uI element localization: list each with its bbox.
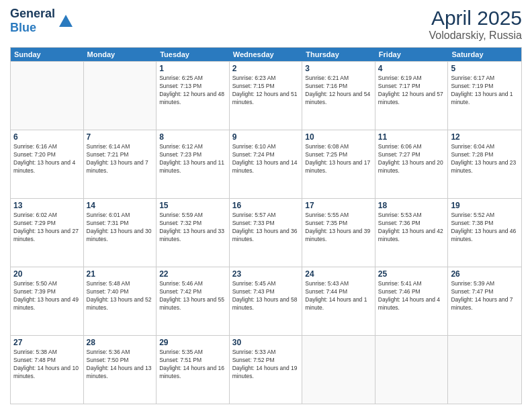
day-number: 22 [159, 269, 226, 279]
day-cell: 24Sunrise: 5:43 AM Sunset: 7:44 PM Dayli… [302, 267, 375, 335]
day-cell: 27Sunrise: 5:38 AM Sunset: 7:48 PM Dayli… [11, 336, 84, 404]
day-cell: 25Sunrise: 5:41 AM Sunset: 7:46 PM Dayli… [375, 267, 449, 335]
day-number: 3 [305, 64, 372, 73]
day-cell: 3Sunrise: 6:21 AM Sunset: 7:16 PM Daylig… [302, 62, 375, 130]
day-info: Sunrise: 5:53 AM Sunset: 7:36 PM Dayligh… [378, 212, 445, 244]
week-row-1: 1Sunrise: 6:25 AM Sunset: 7:13 PM Daylig… [11, 61, 521, 130]
day-cell [11, 62, 84, 130]
day-number: 1 [159, 64, 226, 73]
day-number: 9 [232, 132, 300, 142]
day-number: 26 [451, 269, 519, 279]
day-number: 10 [305, 132, 372, 142]
logo-blue: Blue [10, 21, 36, 34]
day-number: 7 [87, 132, 154, 142]
day-cell: 29Sunrise: 5:35 AM Sunset: 7:51 PM Dayli… [157, 336, 230, 404]
week-row-4: 20Sunrise: 5:50 AM Sunset: 7:39 PM Dayli… [11, 267, 521, 335]
logo-triangle-icon [59, 15, 73, 27]
header-day-saturday: Saturday [448, 48, 521, 61]
day-number: 28 [87, 338, 154, 347]
day-cell [84, 62, 157, 130]
day-info: Sunrise: 6:14 AM Sunset: 7:21 PM Dayligh… [87, 143, 154, 175]
day-info: Sunrise: 5:41 AM Sunset: 7:46 PM Dayligh… [378, 280, 445, 312]
day-cell: 22Sunrise: 5:46 AM Sunset: 7:42 PM Dayli… [157, 267, 230, 335]
header-day-thursday: Thursday [302, 48, 375, 61]
day-info: Sunrise: 5:45 AM Sunset: 7:43 PM Dayligh… [232, 280, 300, 312]
day-info: Sunrise: 5:35 AM Sunset: 7:51 PM Dayligh… [159, 349, 226, 381]
day-cell: 13Sunrise: 6:02 AM Sunset: 7:29 PM Dayli… [11, 199, 84, 267]
day-number: 27 [13, 338, 81, 347]
day-number: 13 [13, 201, 81, 210]
day-cell: 5Sunrise: 6:17 AM Sunset: 7:19 PM Daylig… [448, 62, 521, 130]
day-cell: 19Sunrise: 5:52 AM Sunset: 7:38 PM Dayli… [448, 199, 521, 267]
day-number: 4 [378, 64, 445, 73]
day-info: Sunrise: 6:01 AM Sunset: 7:31 PM Dayligh… [87, 212, 154, 244]
location-title: Volodarskiy, Russia [429, 30, 522, 42]
day-info: Sunrise: 6:02 AM Sunset: 7:29 PM Dayligh… [13, 212, 81, 244]
day-cell: 16Sunrise: 5:57 AM Sunset: 7:33 PM Dayli… [230, 199, 303, 267]
day-number: 24 [305, 269, 372, 279]
header-day-tuesday: Tuesday [157, 48, 230, 61]
day-number: 21 [87, 269, 154, 279]
day-cell: 6Sunrise: 6:16 AM Sunset: 7:20 PM Daylig… [11, 130, 84, 198]
day-info: Sunrise: 6:23 AM Sunset: 7:15 PM Dayligh… [232, 75, 300, 107]
day-cell: 11Sunrise: 6:06 AM Sunset: 7:27 PM Dayli… [375, 130, 449, 198]
title-block: April 2025 Volodarskiy, Russia [429, 7, 522, 42]
day-cell: 10Sunrise: 6:08 AM Sunset: 7:25 PM Dayli… [302, 130, 375, 198]
day-number: 11 [378, 132, 445, 142]
day-cell: 26Sunrise: 5:39 AM Sunset: 7:47 PM Dayli… [448, 267, 521, 335]
day-info: Sunrise: 6:08 AM Sunset: 7:25 PM Dayligh… [305, 143, 372, 175]
logo: General Blue [10, 7, 73, 35]
day-info: Sunrise: 5:33 AM Sunset: 7:52 PM Dayligh… [232, 349, 300, 381]
day-cell [302, 336, 375, 404]
day-cell: 9Sunrise: 6:10 AM Sunset: 7:24 PM Daylig… [230, 130, 303, 198]
day-info: Sunrise: 5:50 AM Sunset: 7:39 PM Dayligh… [13, 280, 81, 312]
logo-text: General Blue [10, 7, 55, 35]
day-number: 29 [159, 338, 226, 347]
day-info: Sunrise: 5:59 AM Sunset: 7:32 PM Dayligh… [159, 212, 226, 244]
day-cell: 30Sunrise: 5:33 AM Sunset: 7:52 PM Dayli… [230, 336, 303, 404]
week-row-5: 27Sunrise: 5:38 AM Sunset: 7:48 PM Dayli… [11, 335, 521, 404]
day-info: Sunrise: 5:38 AM Sunset: 7:48 PM Dayligh… [13, 349, 81, 381]
day-number: 17 [305, 201, 372, 210]
header-day-sunday: Sunday [11, 48, 84, 61]
week-row-3: 13Sunrise: 6:02 AM Sunset: 7:29 PM Dayli… [11, 198, 521, 267]
day-info: Sunrise: 6:19 AM Sunset: 7:17 PM Dayligh… [378, 75, 445, 107]
day-number: 19 [451, 201, 519, 210]
day-number: 25 [378, 269, 445, 279]
day-cell: 20Sunrise: 5:50 AM Sunset: 7:39 PM Dayli… [11, 267, 84, 335]
day-cell [448, 336, 521, 404]
day-info: Sunrise: 6:17 AM Sunset: 7:19 PM Dayligh… [451, 75, 519, 107]
day-cell: 7Sunrise: 6:14 AM Sunset: 7:21 PM Daylig… [84, 130, 157, 198]
day-number: 12 [451, 132, 519, 142]
day-info: Sunrise: 5:46 AM Sunset: 7:42 PM Dayligh… [159, 280, 226, 312]
day-number: 20 [13, 269, 81, 279]
day-info: Sunrise: 6:25 AM Sunset: 7:13 PM Dayligh… [159, 75, 226, 107]
day-info: Sunrise: 5:43 AM Sunset: 7:44 PM Dayligh… [305, 280, 372, 312]
day-number: 16 [232, 201, 300, 210]
day-cell: 14Sunrise: 6:01 AM Sunset: 7:31 PM Dayli… [84, 199, 157, 267]
day-cell: 4Sunrise: 6:19 AM Sunset: 7:17 PM Daylig… [375, 62, 449, 130]
day-cell [375, 336, 449, 404]
day-cell: 1Sunrise: 6:25 AM Sunset: 7:13 PM Daylig… [157, 62, 230, 130]
day-info: Sunrise: 5:48 AM Sunset: 7:40 PM Dayligh… [87, 280, 154, 312]
day-number: 5 [451, 64, 519, 73]
day-cell: 28Sunrise: 5:36 AM Sunset: 7:50 PM Dayli… [84, 336, 157, 404]
day-cell: 18Sunrise: 5:53 AM Sunset: 7:36 PM Dayli… [375, 199, 449, 267]
calendar: SundayMondayTuesdayWednesdayThursdayFrid… [10, 47, 522, 404]
page: General Blue April 2025 Volodarskiy, Rus… [0, 0, 532, 411]
day-info: Sunrise: 6:10 AM Sunset: 7:24 PM Dayligh… [232, 143, 300, 175]
day-number: 6 [13, 132, 81, 142]
day-cell: 17Sunrise: 5:55 AM Sunset: 7:35 PM Dayli… [302, 199, 375, 267]
day-number: 15 [159, 201, 226, 210]
day-number: 14 [87, 201, 154, 210]
month-title: April 2025 [429, 7, 522, 30]
day-number: 8 [159, 132, 226, 142]
day-number: 18 [378, 201, 445, 210]
day-cell: 15Sunrise: 5:59 AM Sunset: 7:32 PM Dayli… [157, 199, 230, 267]
week-row-2: 6Sunrise: 6:16 AM Sunset: 7:20 PM Daylig… [11, 130, 521, 198]
day-cell: 23Sunrise: 5:45 AM Sunset: 7:43 PM Dayli… [230, 267, 303, 335]
day-cell: 21Sunrise: 5:48 AM Sunset: 7:40 PM Dayli… [84, 267, 157, 335]
day-info: Sunrise: 5:55 AM Sunset: 7:35 PM Dayligh… [305, 212, 372, 244]
calendar-body: 1Sunrise: 6:25 AM Sunset: 7:13 PM Daylig… [11, 61, 521, 404]
calendar-header: SundayMondayTuesdayWednesdayThursdayFrid… [11, 48, 521, 61]
